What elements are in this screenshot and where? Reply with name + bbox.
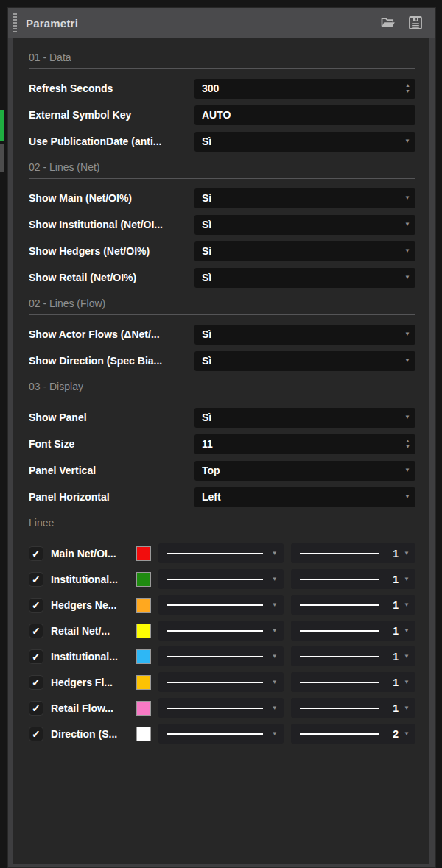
line-checkbox[interactable]: ✓: [29, 727, 43, 741]
line-row-institutional-flow: ✓ Institutional... ▼ 1 ▼: [29, 643, 415, 669]
line-row-direction: ✓ Direction (S... ▼ 2 ▼: [29, 721, 415, 747]
line-color-swatch[interactable]: [136, 598, 151, 613]
panel-horizontal-select[interactable]: Left ▼: [194, 487, 415, 507]
line-width-select[interactable]: 1 ▼: [291, 543, 415, 563]
line-style-select[interactable]: ▼: [158, 698, 283, 718]
line-style-select[interactable]: ▼: [158, 724, 283, 744]
line-width-select[interactable]: 2 ▼: [291, 724, 415, 744]
chevron-down-icon: ▼: [404, 654, 410, 660]
line-color-swatch[interactable]: [136, 649, 151, 664]
spin-down-icon[interactable]: ▼: [405, 89, 410, 93]
line-color-swatch[interactable]: [136, 675, 151, 690]
use-publication-date-select[interactable]: Sì ▼: [194, 132, 415, 152]
show-main-select[interactable]: Sì ▼: [194, 188, 415, 208]
show-panel-select[interactable]: Sì ▼: [194, 408, 415, 428]
spin-up-icon[interactable]: ▲: [405, 83, 410, 88]
line-width-select[interactable]: 1 ▼: [291, 595, 415, 615]
line-label: Main Net/OI...: [51, 548, 130, 560]
background-gray-fragment: [0, 144, 4, 172]
line-row-main-net-oi: ✓ Main Net/OI... ▼ 1 ▼: [29, 540, 415, 566]
line-width-value: 1: [379, 574, 399, 585]
line-row-retail-flow: ✓ Retail Flow... ▼ 1 ▼: [29, 695, 415, 721]
line-width-preview: [300, 553, 379, 554]
field-row-show-panel: Show Panel Sì ▼: [29, 404, 415, 431]
line-checkbox[interactable]: ✓: [29, 701, 43, 716]
show-retail-select[interactable]: Sì ▼: [194, 268, 415, 288]
line-checkbox[interactable]: ✓: [29, 624, 43, 638]
panel-vertical-select[interactable]: Top ▼: [194, 461, 415, 481]
line-color-swatch[interactable]: [136, 572, 151, 587]
spinner-arrows-icon[interactable]: ▲ ▼: [405, 83, 410, 93]
line-style-preview: [167, 733, 262, 735]
chevron-down-icon: ▼: [404, 576, 410, 582]
open-template-icon[interactable]: [380, 15, 396, 30]
field-label: Panel Vertical: [29, 465, 194, 476]
refresh-seconds-spinner[interactable]: 300 ▲ ▼: [194, 79, 415, 99]
background-green-fragment: [0, 110, 4, 141]
chevron-down-icon: ▼: [404, 680, 410, 685]
field-label: Use PublicationDate (anti...: [29, 135, 194, 147]
line-width-select[interactable]: 1 ▼: [291, 621, 415, 641]
line-style-select[interactable]: ▼: [158, 672, 283, 692]
line-checkbox[interactable]: ✓: [29, 572, 43, 587]
chevron-down-icon: ▼: [404, 195, 410, 201]
chevron-down-icon: ▼: [272, 680, 278, 685]
line-checkbox[interactable]: ✓: [29, 649, 43, 664]
line-style-preview: [167, 708, 262, 709]
field-label: Show Hedgers (Net/OI%): [29, 245, 194, 257]
field-label: Show Institutional (Net/OI...: [29, 219, 194, 230]
section-display: 03 - Display Show Panel Sì ▼ Font Size 1…: [29, 374, 415, 510]
spin-down-icon[interactable]: ▼: [405, 445, 410, 449]
field-label: Show Panel: [29, 412, 194, 423]
line-row-retail-net: ✓ Retail Net/... ▼ 1 ▼: [29, 618, 415, 643]
dialog-titlebar[interactable]: Parametri: [8, 8, 435, 38]
field-row-use-publication-date: Use PublicationDate (anti... Sì ▼: [29, 128, 415, 155]
line-style-preview: [167, 656, 262, 657]
line-style-select[interactable]: ▼: [158, 646, 283, 666]
spin-up-icon[interactable]: ▲: [405, 439, 410, 443]
field-label: Show Main (Net/OI%): [29, 192, 194, 204]
line-width-preview: [300, 630, 379, 632]
external-symbol-key-input[interactable]: AUTO: [194, 105, 415, 125]
line-width-preview: [300, 579, 379, 580]
line-width-select[interactable]: 1 ▼: [291, 672, 415, 692]
line-width-select[interactable]: 1 ▼: [291, 569, 415, 589]
chevron-down-icon: ▼: [272, 628, 278, 634]
show-institutional-select[interactable]: Sì ▼: [194, 215, 415, 235]
field-label: Show Retail (Net/OI%): [29, 272, 194, 283]
show-direction-select[interactable]: Sì ▼: [194, 351, 415, 371]
line-style-select[interactable]: ▼: [158, 621, 283, 641]
chevron-down-icon: ▼: [272, 576, 278, 582]
line-style-select[interactable]: ▼: [158, 543, 283, 563]
show-hedgers-select[interactable]: Sì ▼: [194, 241, 415, 261]
field-row-panel-vertical: Panel Vertical Top ▼: [29, 457, 415, 484]
field-row-show-institutional: Show Institutional (Net/OI... Sì ▼: [29, 211, 415, 238]
line-color-swatch[interactable]: [136, 727, 151, 741]
section-linee: Linee ✓ Main Net/OI... ▼ 1 ▼: [29, 510, 415, 747]
line-width-value: 1: [379, 651, 399, 663]
line-checkbox[interactable]: ✓: [29, 675, 43, 690]
chevron-down-icon: ▼: [272, 602, 278, 608]
line-color-swatch[interactable]: [136, 701, 151, 716]
line-label: Retail Flow...: [51, 702, 130, 714]
field-row-external-symbol-key: External Symbol Key AUTO: [29, 102, 415, 128]
line-checkbox[interactable]: ✓: [29, 546, 43, 561]
font-size-spinner[interactable]: 11 ▲ ▼: [194, 434, 415, 454]
show-actor-flows-select[interactable]: Sì ▼: [194, 325, 415, 345]
line-style-select[interactable]: ▼: [158, 595, 283, 615]
section-title: 02 - Lines (Net): [29, 155, 415, 179]
drag-handle-icon[interactable]: [13, 13, 17, 32]
line-label: Hedgers Ne...: [51, 599, 130, 611]
line-width-select[interactable]: 1 ▼: [291, 698, 415, 718]
chevron-down-icon: ▼: [404, 731, 410, 737]
line-color-swatch[interactable]: [136, 546, 151, 561]
chevron-down-icon: ▼: [404, 331, 410, 337]
line-checkbox[interactable]: ✓: [29, 598, 43, 613]
line-style-select[interactable]: ▼: [158, 569, 283, 589]
save-template-icon[interactable]: [407, 15, 424, 30]
line-row-hedgers-net: ✓ Hedgers Ne... ▼ 1 ▼: [29, 592, 415, 618]
line-color-swatch[interactable]: [136, 624, 151, 638]
line-width-select[interactable]: 1 ▼: [291, 646, 415, 666]
spinner-arrows-icon[interactable]: ▲ ▼: [405, 439, 410, 449]
field-label: Font Size: [29, 438, 194, 450]
